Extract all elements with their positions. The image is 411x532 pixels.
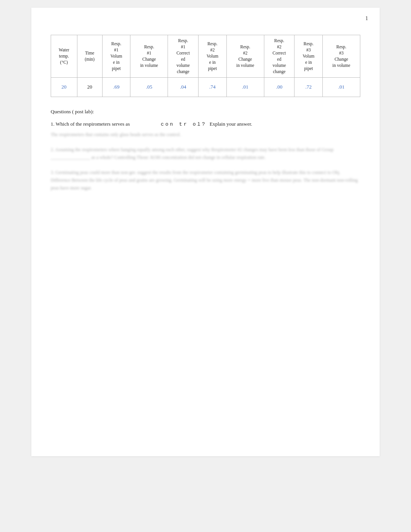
col-header-time: Time(min)	[77, 35, 102, 78]
data-table: Watertemp.(°C) Time(min) Resp.#1Volume i…	[51, 35, 360, 97]
q1-prefix: 1. Which of the respirometers serves as	[51, 120, 130, 128]
col-header-water-temp: Watertemp.(°C)	[51, 35, 77, 78]
page-number: 1	[365, 15, 368, 22]
questions-title: Questions ( post lab):	[51, 109, 360, 115]
q1-suffix: Explain your answer.	[209, 120, 252, 128]
cell-resp3-change: .01	[323, 77, 360, 97]
q1-line: 1. Which of the respirometers serves as …	[51, 120, 360, 129]
col-header-resp1-corrected: Resp.#1Correctedvolumechange	[168, 35, 199, 78]
page: 1 Watertemp.(°C) Time(min) Resp.#1Volume…	[31, 8, 380, 456]
question-3: 3. Germinating peas could more than non-…	[51, 169, 360, 192]
question-2: 2. Assuming the respirometers where hang…	[51, 146, 360, 162]
questions-section: Questions ( post lab): 1. Which of the r…	[51, 109, 360, 192]
col-header-resp2-corrected: Resp.#2Correctedvolumechange	[264, 35, 295, 78]
q2-blurred: 2. Assuming the respirometers where hang…	[51, 146, 360, 162]
col-header-resp1-change: Resp.#1Changein volume	[130, 35, 168, 78]
col-header-resp2-change: Resp.#2Changein volume	[226, 35, 264, 78]
cell-resp1-change: .05	[130, 77, 168, 97]
cell-resp1-corrected: .04	[168, 77, 199, 97]
cell-time: 20	[77, 77, 102, 97]
table-row: 20 20 .69 .05 .04 .74 .01 .00 .72 .01	[51, 77, 360, 97]
cell-resp3-vol: .72	[295, 77, 323, 97]
col-header-resp1-vol: Resp.#1Volume inpipet	[102, 35, 130, 78]
col-header-resp2-vol: Resp.#2Volume inpipet	[199, 35, 227, 78]
question-1: 1. Which of the respirometers serves as …	[51, 120, 360, 139]
col-header-resp3-vol: Resp.#3Volume inpipet	[295, 35, 323, 78]
cell-resp2-change: .01	[226, 77, 264, 97]
cell-resp2-corrected: .00	[264, 77, 295, 97]
col-header-resp3-change: Resp.#3Changein volume	[323, 35, 360, 78]
q1-control-word: con tr ol?	[161, 121, 206, 129]
q1-answer-blurred: The respirometers that contains only gla…	[51, 131, 360, 138]
q3-blurred: 3. Germinating peas could more than non-…	[51, 169, 360, 192]
cell-resp1-vol: .69	[102, 77, 130, 97]
cell-water-temp: 20	[51, 77, 77, 97]
cell-resp2-vol: .74	[199, 77, 227, 97]
